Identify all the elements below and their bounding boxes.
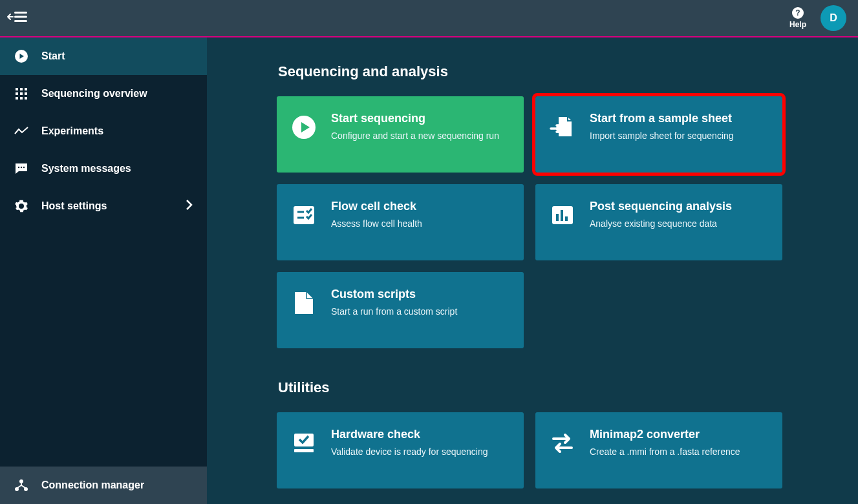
svg-rect-0: [14, 12, 27, 14]
topbar: ? Help D: [0, 0, 858, 36]
card-hardware-check[interactable]: Hardware check Validate device is ready …: [277, 412, 524, 488]
sidebar: Start Sequencing overview Experiments: [0, 37, 207, 504]
card-subtitle: Create a .mmi from a .fasta reference: [590, 446, 740, 457]
sidebar-item-label: System messages: [41, 163, 131, 174]
help-button[interactable]: ? Help: [789, 7, 806, 29]
card-subtitle: Validate device is ready for sequencing: [331, 446, 488, 457]
svg-rect-12: [16, 97, 18, 100]
help-icon: ?: [792, 7, 804, 19]
play-circle-icon: [291, 114, 317, 140]
card-title: Minimap2 converter: [590, 428, 740, 441]
card-title: Post sequencing analysis: [590, 200, 732, 213]
gear-icon: [14, 199, 28, 213]
svg-rect-8: [25, 88, 27, 90]
card-subtitle: Import sample sheet for sequencing: [590, 131, 734, 141]
svg-point-16: [21, 167, 22, 168]
sidebar-item-sequencing-overview[interactable]: Sequencing overview: [0, 75, 207, 112]
svg-rect-27: [565, 216, 568, 221]
sidebar-item-connection-manager[interactable]: Connection manager: [0, 467, 207, 504]
svg-point-18: [19, 479, 23, 483]
sidebar-item-experiments[interactable]: Experiments: [0, 112, 207, 150]
section-title-util: Utilities: [278, 379, 800, 396]
chevron-right-icon: [185, 199, 193, 213]
message-icon: [14, 162, 28, 176]
card-subtitle: Configure and start a new sequencing run: [331, 131, 499, 141]
import-file-icon: [550, 114, 575, 140]
convert-icon: [550, 430, 575, 456]
svg-rect-2: [14, 20, 27, 22]
connection-icon: [14, 478, 28, 492]
svg-rect-25: [556, 214, 559, 221]
card-title: Flow cell check: [331, 200, 422, 213]
card-title: Start sequencing: [331, 112, 499, 125]
svg-rect-26: [561, 210, 563, 221]
checklist-icon: [291, 202, 317, 228]
card-minimap2-converter[interactable]: Minimap2 converter Create a .mmi from a …: [535, 412, 782, 488]
main: Sequencing and analysis Start sequencing…: [207, 37, 858, 504]
card-post-seq-analysis[interactable]: Post sequencing analysis Analyse existin…: [535, 184, 782, 260]
card-custom-scripts[interactable]: Custom scripts Start a run from a custom…: [277, 272, 524, 348]
svg-rect-29: [294, 449, 314, 452]
hardware-check-icon: [291, 430, 317, 456]
play-circle-icon: [14, 49, 28, 63]
menu-back-icon[interactable]: [6, 10, 28, 26]
sidebar-item-label: Sequencing overview: [41, 88, 147, 100]
svg-rect-7: [20, 88, 23, 90]
sidebar-item-label: Start: [41, 50, 65, 62]
util-cards: Hardware check Validate device is ready …: [277, 412, 800, 488]
card-flow-cell-check[interactable]: Flow cell check Assess flow cell health: [277, 184, 524, 260]
card-subtitle: Assess flow cell health: [331, 218, 422, 229]
svg-rect-6: [16, 88, 18, 90]
sidebar-item-start[interactable]: Start: [0, 37, 207, 75]
card-sample-sheet[interactable]: Start from a sample sheet Import sample …: [535, 96, 782, 173]
file-icon: [291, 290, 317, 316]
sidebar-item-host-settings[interactable]: Host settings: [0, 187, 207, 225]
svg-rect-10: [20, 92, 23, 95]
card-title: Custom scripts: [331, 288, 457, 301]
sidebar-item-label: Connection manager: [41, 479, 144, 491]
svg-rect-1: [14, 16, 27, 18]
avatar[interactable]: D: [820, 5, 846, 31]
seq-cards: Start sequencing Configure and start a n…: [277, 96, 800, 348]
sidebar-item-label: Host settings: [41, 200, 107, 212]
card-start-sequencing[interactable]: Start sequencing Configure and start a n…: [277, 96, 524, 173]
section-title-seq: Sequencing and analysis: [278, 63, 800, 80]
grid-icon: [14, 87, 28, 101]
main-scroll[interactable]: Sequencing and analysis Start sequencing…: [207, 37, 858, 504]
help-label: Help: [789, 20, 806, 29]
bar-chart-icon: [550, 202, 575, 228]
svg-rect-11: [25, 92, 27, 95]
svg-point-15: [18, 167, 19, 168]
svg-point-17: [23, 167, 25, 168]
svg-rect-9: [16, 92, 18, 95]
card-title: Start from a sample sheet: [590, 112, 734, 125]
timeline-icon: [14, 124, 28, 138]
avatar-letter: D: [830, 12, 837, 24]
sidebar-item-system-messages[interactable]: System messages: [0, 150, 207, 187]
card-title: Hardware check: [331, 428, 488, 441]
card-subtitle: Start a run from a custom script: [331, 306, 457, 317]
svg-rect-13: [20, 97, 23, 100]
svg-text:?: ?: [795, 8, 800, 17]
card-subtitle: Analyse existing sequence data: [590, 218, 732, 229]
sidebar-item-label: Experiments: [41, 125, 103, 137]
svg-rect-14: [25, 97, 27, 100]
